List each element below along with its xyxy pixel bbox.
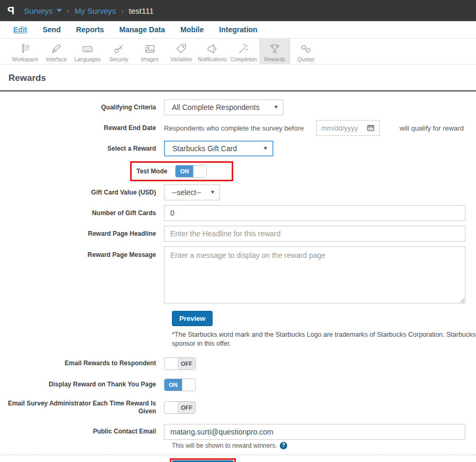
toolbar-item-security[interactable]: Security <box>103 39 134 64</box>
toolbar-item-label: Quotas <box>297 57 314 62</box>
breadcrumb-surveys[interactable]: Surveys <box>24 6 52 15</box>
toolbar-item-images[interactable]: Images <box>134 39 166 64</box>
calendar-icon[interactable] <box>367 124 374 132</box>
gift-card-value-select[interactable]: --select-- <box>164 184 220 200</box>
row-public-contact-email: Public Contact Email <box>0 424 476 440</box>
reward-page-message-textarea[interactable] <box>164 246 465 303</box>
row-qualifying-criteria: Qualifying Criteria All Complete Respond… <box>0 99 476 115</box>
email-admin-label: Email Survey Administrator Each Time Rew… <box>0 400 164 415</box>
row-reward-page-message: Reward Page Message <box>0 246 476 303</box>
test-mode-label: Test Mode <box>136 168 167 175</box>
toolbar-item-label: Completion <box>230 57 257 62</box>
tab-manage-data[interactable]: Manage Data <box>120 25 165 34</box>
magic-wand-icon <box>237 43 250 55</box>
toolbar-item-label: Images <box>141 57 159 62</box>
page-header: Rewards <box>0 64 476 84</box>
gift-card-value-label: Gift Card Value (USD) <box>0 189 164 197</box>
row-display-reward: Display Reward on Thank You Page ON <box>0 378 476 391</box>
footer-divider <box>0 455 476 455</box>
number-of-gift-cards-input[interactable] <box>164 205 465 221</box>
chain-links-icon <box>300 43 312 55</box>
tab-integration[interactable]: Integration <box>219 25 257 34</box>
toolbar-item-notifications[interactable]: Notifications <box>197 39 228 64</box>
toggle-off-text: OFF <box>178 358 195 369</box>
select-reward-select[interactable]: Starbucks Gift Card <box>164 141 273 156</box>
public-contact-email-label: Public Contact Email <box>0 428 164 436</box>
questionpro-logo[interactable]: P <box>7 5 14 17</box>
toolbar-item-languages[interactable]: Languages <box>72 39 103 64</box>
number-of-gift-cards-label: Number of Gift Cards <box>0 209 164 217</box>
reward-end-date-input[interactable]: mm/dd/yyyy <box>316 120 380 136</box>
toggle-knob <box>193 165 206 177</box>
trophy-icon <box>269 43 281 55</box>
help-question-icon[interactable]: ? <box>280 442 287 449</box>
starbucks-disclaimer-text: *The Starbucks word mark and the Starbuc… <box>172 330 476 348</box>
reward-page-headline-input[interactable] <box>164 226 465 242</box>
toolbar-item-label: Security <box>109 57 128 62</box>
toggle-on-text: ON <box>176 165 193 177</box>
pen-icon <box>50 43 62 55</box>
toggle-on-text: ON <box>164 379 182 391</box>
toolbar-item-label: Variables <box>170 57 192 62</box>
keyboard-icon <box>81 43 94 55</box>
display-reward-toggle[interactable]: ON <box>164 378 196 391</box>
test-mode-toggle[interactable]: ON <box>175 165 207 178</box>
tag-icon <box>175 43 187 55</box>
page-title: Rewards <box>8 73 476 84</box>
row-email-rewards: Email Rewards to Respondent OFF <box>0 357 476 370</box>
toggle-knob <box>164 358 178 369</box>
rewards-settings-form: Qualifying Criteria All Complete Respond… <box>0 91 476 462</box>
toggle-knob <box>164 402 178 413</box>
breadcrumb-my-surveys[interactable]: My Surveys <box>75 6 116 15</box>
pencil-list-icon <box>19 43 31 55</box>
select-reward-value: Starbucks Gift Card <box>172 144 237 153</box>
email-rewards-label: Email Rewards to Respondent <box>0 359 164 367</box>
toolbar-item-interface[interactable]: Interface <box>41 39 72 64</box>
toolbar-item-variables[interactable]: Variables <box>166 39 197 64</box>
tab-send[interactable]: Send <box>42 25 60 34</box>
test-mode-annotation-box: Test Mode ON <box>130 161 233 181</box>
row-gift-card-value: Gift Card Value (USD) --select-- <box>0 184 476 200</box>
save-annotation-box: Save Changes <box>170 458 236 462</box>
date-placeholder: mm/dd/yyyy <box>322 124 367 132</box>
public-contact-email-input[interactable] <box>164 424 465 440</box>
email-rewards-toggle[interactable]: OFF <box>164 357 196 370</box>
toolbar-item-label: Interface <box>46 57 67 62</box>
breadcrumb-survey-name: test111 <box>129 6 154 15</box>
toolbar-item-label: Rewards <box>264 57 285 62</box>
tab-edit[interactable]: Edit <box>13 25 27 34</box>
top-navigation-bar: P Surveys › My Surveys › test111 <box>0 0 476 21</box>
gift-card-value-value: --select-- <box>172 188 201 197</box>
breadcrumb-separator: › <box>121 7 123 15</box>
preview-button[interactable]: Preview <box>172 311 213 326</box>
toolbar-item-label: Notifications <box>198 57 226 62</box>
picture-icon <box>144 43 156 55</box>
toggle-knob <box>182 379 195 391</box>
row-reward-end-date: Reward End Date Respondents who complete… <box>0 120 476 136</box>
toolbar-item-label: Workspace <box>12 57 39 62</box>
tab-mobile[interactable]: Mobile <box>180 25 204 34</box>
reward-page-headline-label: Reward Page Headline <box>0 230 164 238</box>
row-preview: Preview <box>172 311 476 326</box>
email-admin-toggle[interactable]: OFF <box>164 401 196 414</box>
row-reward-page-headline: Reward Page Headline <box>0 226 476 242</box>
toggle-off-text: OFF <box>178 402 195 413</box>
qualifying-criteria-select[interactable]: All Complete Respondents <box>164 99 283 115</box>
survey-menu-bar: Edit Send Reports Manage Data Mobile Int… <box>0 21 476 39</box>
qualifying-criteria-value: All Complete Respondents <box>172 103 260 112</box>
toolbar-item-rewards[interactable]: Rewards <box>259 39 290 64</box>
toolbar-item-workspace[interactable]: Workspace <box>10 39 41 64</box>
surveys-dropdown-caret-icon[interactable] <box>57 9 62 12</box>
tab-reports[interactable]: Reports <box>76 25 104 34</box>
row-number-of-gift-cards: Number of Gift Cards <box>0 205 476 221</box>
select-reward-label: Select a Reward <box>0 145 164 153</box>
toolbar-item-label: Languages <box>75 57 101 62</box>
toolbar-item-quotas[interactable]: Quotas <box>290 39 322 64</box>
row-email-admin: Email Survey Administrator Each Time Rew… <box>0 400 476 415</box>
reward-page-message-label: Reward Page Message <box>0 246 164 259</box>
public-email-help-text: This will be shown to reward winners. <box>172 442 277 449</box>
key-icon <box>113 43 125 55</box>
toolbar-item-completion[interactable]: Completion <box>228 39 259 64</box>
breadcrumb-separator: › <box>67 7 69 15</box>
reward-end-date-label: Reward End Date <box>0 124 164 132</box>
